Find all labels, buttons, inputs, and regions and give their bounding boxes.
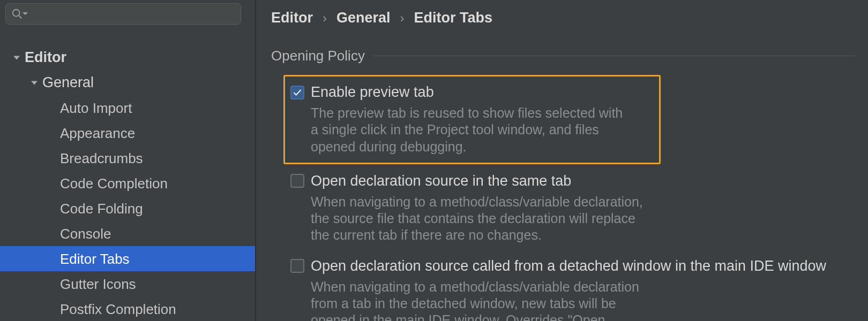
tree-item-auto-import[interactable]: Auto Import <box>0 95 255 120</box>
option-open-declaration-detached: Open declaration source called from a de… <box>290 258 855 322</box>
option-label: Open declaration source called from a de… <box>311 258 826 274</box>
tree-item-appearance[interactable]: Appearance <box>0 120 255 146</box>
check-icon <box>293 88 302 97</box>
chevron-right-icon: › <box>400 11 405 26</box>
settings-tree: Editor General Auto Import Appearance Br… <box>0 30 255 321</box>
tree-item-general[interactable]: General <box>0 70 255 95</box>
chevron-right-icon: › <box>323 11 327 26</box>
breadcrumb-item[interactable]: General <box>336 10 391 26</box>
tree-label: Editor <box>25 50 66 65</box>
tree-label: Code Folding <box>60 202 143 216</box>
tree-label: Gutter Icons <box>60 277 136 291</box>
tree-label: Appearance <box>60 126 135 140</box>
settings-sidebar: Editor General Auto Import Appearance Br… <box>0 0 256 321</box>
option-head: Enable preview tab <box>290 84 649 101</box>
tree-label: Breadcrumbs <box>60 151 143 165</box>
section-header: Opening Policy <box>271 48 855 64</box>
tree-label: Code Completion <box>60 177 168 190</box>
tree-item-gutter-icons[interactable]: Gutter Icons <box>0 271 255 296</box>
option-head: Open declaration source called from a de… <box>290 258 855 274</box>
chevron-down-icon <box>11 54 23 62</box>
tree-item-editor-tabs[interactable]: Editor Tabs <box>0 246 255 271</box>
option-label: Enable preview tab <box>311 84 434 101</box>
breadcrumb: Editor › General › Editor Tabs <box>271 10 855 48</box>
tree-item-code-completion[interactable]: Code Completion <box>0 171 255 196</box>
breadcrumb-item[interactable]: Editor <box>271 10 313 26</box>
chevron-down-icon <box>22 11 28 17</box>
checkbox[interactable] <box>290 174 304 188</box>
tree-item-code-folding[interactable]: Code Folding <box>0 196 255 221</box>
tree-label: Console <box>60 227 111 241</box>
option-open-declaration-same-tab: Open declaration source in the same tab … <box>290 173 855 244</box>
tree-item-console[interactable]: Console <box>0 221 255 246</box>
option-label: Open declaration source in the same tab <box>311 173 571 189</box>
svg-line-1 <box>19 16 21 18</box>
tree-item-editor[interactable]: Editor <box>0 45 255 70</box>
breadcrumb-item[interactable]: Editor Tabs <box>414 10 493 26</box>
settings-panel: Editor › General › Editor Tabs Opening P… <box>256 0 868 321</box>
option-enable-preview-tab: Enable preview tab The preview tab is re… <box>283 75 661 164</box>
divider <box>373 56 855 56</box>
tree-label: Editor Tabs <box>60 252 130 266</box>
search-container <box>0 0 255 30</box>
tree-item-breadcrumbs[interactable]: Breadcrumbs <box>0 146 255 171</box>
tree-item-postfix-completion[interactable]: Postfix Completion <box>0 296 255 321</box>
checkbox[interactable] <box>290 259 304 273</box>
svg-point-0 <box>13 10 20 17</box>
option-description: The preview tab is reused to show files … <box>290 101 633 155</box>
search-icon <box>11 8 23 20</box>
search-input[interactable] <box>32 7 235 21</box>
option-description: When navigating to a method/class/variab… <box>290 189 644 244</box>
option-group: Enable preview tab The preview tab is re… <box>271 75 855 321</box>
section-title: Opening Policy <box>271 48 365 64</box>
search-box[interactable] <box>5 3 241 25</box>
tree-label: Auto Import <box>60 101 132 115</box>
tree-label: Postfix Completion <box>60 302 176 316</box>
chevron-down-icon <box>28 79 40 87</box>
tree-label: General <box>42 75 94 90</box>
checkbox[interactable] <box>290 86 304 100</box>
option-head: Open declaration source in the same tab <box>290 173 855 189</box>
option-description: When navigating to a method/class/variab… <box>290 274 644 322</box>
